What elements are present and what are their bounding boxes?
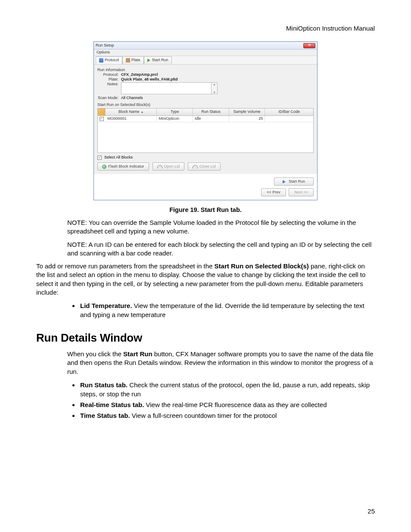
scan-mode-label: Scan Mode: [97,96,121,100]
select-all-checkbox[interactable]: ✓ [97,156,102,160]
list-item: Lid Temperature. View the temperature of… [79,301,375,319]
tab-start-run[interactable]: Start Run [144,56,172,64]
tab-protocol[interactable]: Protocol [96,56,122,64]
run-setup-window: Run Setup ✕ Options Protocol Plate Start… [93,41,318,200]
note-1: NOTE: You can override the Sample Volume… [67,218,375,236]
play-icon [147,59,150,62]
col-sample-volume[interactable]: Sample Volume [229,109,265,115]
next-button[interactable]: Next >> [289,188,314,196]
lid-close-icon [193,165,198,168]
cell-run-status[interactable]: Idle [193,116,229,122]
protocol-label: Protocol: [97,73,121,77]
figure-caption: Figure 19. Start Run tab. [36,206,375,213]
paragraph-2: When you click the Start Run button, CFX… [67,350,375,376]
col-run-status[interactable]: Run Status [193,109,229,115]
cell-block-name[interactable]: MO000001 [106,116,157,122]
blocks-section-title: Start Run on Selected Block(s) [97,103,314,107]
run-info-title: Run Information [97,68,314,72]
window-title: Run Setup [96,44,114,48]
list-item: Real-time Status tab. View the real-time… [79,400,375,409]
tab-plate[interactable]: Plate [122,56,144,64]
tab-start-run-label: Start Run [152,58,168,62]
sort-asc-icon: ▲ [140,110,143,113]
plate-icon [126,58,130,62]
note-2: NOTE: A run ID can be entered for each b… [67,240,375,258]
list-item: Run Status tab. Check the current status… [79,380,375,398]
col-block-name[interactable]: Block Name▲ [106,109,157,115]
protocol-value: CFX_2stepAmp.prcl [121,73,158,77]
grid-empty-area [98,122,313,152]
blocks-grid: Block Name▲ Type Run Status Sample Volum… [97,108,314,153]
flash-block-button[interactable]: Flash Block Indicator [97,162,149,171]
list-item: Time Status tab. View a full-screen coun… [79,411,375,420]
window-footer: Start Run << Prev Next >> [94,174,317,200]
menu-bar[interactable]: Options [94,50,317,56]
tab-strip: Protocol Plate Start Run [94,56,317,65]
lid-open-icon [157,165,162,168]
tab-plate-label: Plate [131,58,140,62]
plate-label: Plate: [97,78,121,82]
cell-sample-volume[interactable]: 25 [229,116,265,122]
select-all-label: Select All Blocks [104,156,133,160]
section-heading: Run Details Window [36,331,375,345]
notes-scrollbar[interactable]: ▲▼ [212,82,218,94]
open-lid-button[interactable]: Open Lid [153,162,185,171]
plate-value: Quick Plate_48 wells_FAM.pltd [121,78,178,82]
cell-id-barcode[interactable] [265,116,313,122]
close-icon[interactable]: ✕ [303,43,315,48]
page-header: MiniOpticon Instruction Manual [36,25,375,32]
led-icon [102,165,106,169]
prev-button[interactable]: << Prev [261,188,286,196]
notes-input[interactable] [121,82,212,94]
chart-icon [99,58,103,62]
grid-corner [98,109,106,115]
notes-label: Notes: [97,82,121,94]
play-blue-icon [283,180,286,184]
close-lid-button[interactable]: Close Lid [188,162,221,171]
col-type[interactable]: Type [157,109,193,115]
row-checkbox[interactable]: ✓ [98,116,106,122]
tab-protocol-label: Protocol [105,58,119,62]
paragraph-1: To add or remove run parameters from the… [36,262,375,297]
table-row[interactable]: ✓ MO000001 MiniOpticon Idle 25 [98,116,313,122]
bullet-list-2: Run Status tab. Check the current status… [79,380,375,420]
grid-header: Block Name▲ Type Run Status Sample Volum… [98,109,313,116]
scan-mode-value: All Channels [121,96,143,100]
col-id-barcode[interactable]: ID/Bar Code [265,109,313,115]
titlebar[interactable]: Run Setup ✕ [94,42,317,50]
page-number: 25 [367,507,375,515]
cell-type[interactable]: MiniOpticon [157,116,193,122]
window-body: Run Information Protocol: CFX_2stepAmp.p… [94,65,317,174]
bullet-list-1: Lid Temperature. View the temperature of… [79,301,375,319]
start-run-button[interactable]: Start Run [274,177,314,186]
